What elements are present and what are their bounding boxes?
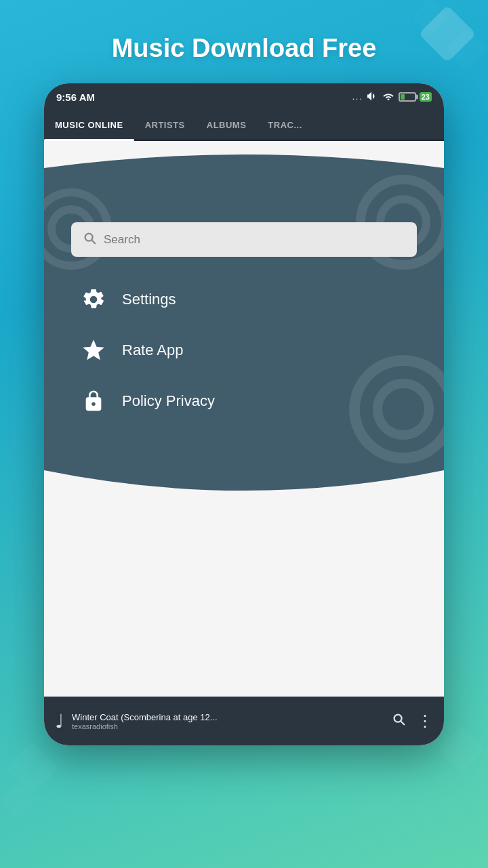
player-bar: ♩ Winter Coat (Scomberina at age 12... t…	[44, 697, 444, 745]
nav-tabs: MUSIC ONLINE ARTISTS ALBUMS TRAC...	[44, 110, 444, 141]
rate-app-menu-item[interactable]: Rate App	[78, 335, 410, 365]
white-area	[44, 511, 444, 592]
player-title: Winter Coat (Scomberina at age 12...	[72, 712, 383, 722]
status-time: 9:56 AM	[56, 91, 95, 103]
phone-mockup: 9:56 AM ... 23 MUSIC ONLI	[44, 83, 444, 745]
bg-diamond-6	[437, 726, 485, 774]
menu-items: Settings Rate App	[64, 284, 424, 416]
page-title: Music Download Free	[85, 34, 404, 63]
status-bar: 9:56 AM ... 23	[44, 83, 444, 110]
tab-artists[interactable]: ARTISTS	[134, 110, 196, 140]
policy-privacy-label: Policy Privacy	[122, 392, 215, 410]
wifi-icon	[382, 91, 394, 103]
policy-privacy-menu-item[interactable]: Policy Privacy	[78, 386, 410, 416]
volume-icon	[367, 91, 378, 103]
dark-panel: Settings Rate App	[44, 168, 444, 470]
rate-app-label: Rate App	[122, 342, 184, 359]
gear-icon	[78, 284, 108, 314]
music-note-icon: ♩	[55, 710, 64, 732]
main-content: Settings Rate App	[44, 141, 444, 697]
player-search-button[interactable]	[391, 711, 406, 730]
tab-music-online[interactable]: MUSIC ONLINE	[44, 110, 134, 140]
player-actions: ⋮	[391, 711, 433, 730]
battery-indicator: 23	[399, 92, 432, 102]
search-icon	[82, 230, 97, 249]
battery-percent: 23	[420, 92, 432, 102]
player-artist: texasradiofish	[72, 722, 383, 730]
status-icons: ... 23	[352, 91, 432, 103]
settings-label: Settings	[122, 291, 176, 308]
dots-icon: ...	[352, 92, 363, 102]
lock-icon	[78, 386, 108, 416]
search-bar[interactable]	[71, 222, 417, 257]
tab-albums[interactable]: ALBUMS	[196, 110, 258, 140]
search-input[interactable]	[104, 233, 406, 247]
star-icon	[78, 335, 108, 365]
tab-tracks[interactable]: TRAC...	[257, 110, 312, 140]
player-more-button[interactable]: ⋮	[417, 711, 433, 730]
settings-menu-item[interactable]: Settings	[78, 284, 410, 314]
player-info: Winter Coat (Scomberina at age 12... tex…	[72, 712, 383, 730]
